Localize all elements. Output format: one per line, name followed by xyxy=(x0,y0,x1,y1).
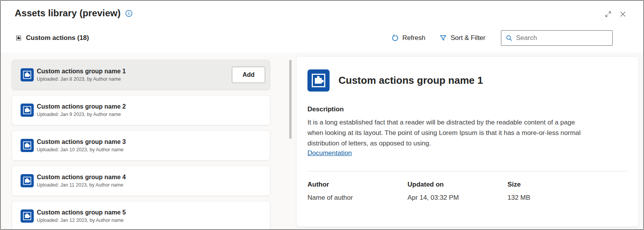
list-item-subtitle: Uploaded: Jan 11 2023, by Author name xyxy=(37,182,126,188)
puzzle-square-icon xyxy=(15,34,22,42)
detail-title: Custom actions group name 1 xyxy=(338,74,483,86)
sort-filter-button[interactable]: Sort & Filter xyxy=(439,34,485,42)
expand-icon[interactable] xyxy=(604,10,612,18)
size-value: 132 MB xyxy=(508,194,608,202)
list-item-title: Custom actions group name 3 xyxy=(37,138,126,145)
list-item-title: Custom actions group name 1 xyxy=(37,68,126,75)
section-label: Custom actions (18) xyxy=(15,34,89,42)
window-controls xyxy=(604,10,627,18)
updated-on-value: Apr 14, 03:32 PM xyxy=(407,194,508,202)
refresh-label: Refresh xyxy=(402,34,426,42)
list-item[interactable]: Custom actions group name 4 Uploaded: Ja… xyxy=(12,166,270,196)
filter-icon xyxy=(439,34,447,42)
custom-actions-list: Custom actions group name 1 Uploaded: Ja… xyxy=(12,60,270,229)
metadata-row: Author Name of author Updated on Apr 14,… xyxy=(307,181,628,202)
list-item-title: Custom actions group name 5 xyxy=(37,209,126,216)
list-item-subtitle: Uploaded: Jan 10 2023, by Author name xyxy=(37,147,126,152)
list-item[interactable]: Custom actions group name 2 Uploaded: Ja… xyxy=(12,95,270,125)
updated-on-label: Updated on xyxy=(407,181,508,188)
description-heading: Description xyxy=(307,105,628,113)
puzzle-square-icon xyxy=(21,174,34,187)
search-input[interactable] xyxy=(516,34,612,42)
puzzle-square-icon xyxy=(21,104,34,117)
toolbar-actions: Refresh Sort & Filter xyxy=(391,30,613,46)
author-value: Name of author xyxy=(307,194,407,202)
list-scrollbar[interactable] xyxy=(289,60,292,139)
list-item[interactable]: Custom actions group name 5 Uploaded: Ja… xyxy=(12,201,270,229)
puzzle-square-icon xyxy=(21,68,34,81)
list-item-title: Custom actions group name 2 xyxy=(37,103,126,110)
description-text: It is a long established fact that a rea… xyxy=(307,117,587,149)
list-item-subtitle: Uploaded: Jan 12 2023, by Author name xyxy=(37,218,126,223)
section-label-text: Custom actions (18) xyxy=(26,34,89,42)
puzzle-square-icon xyxy=(21,209,34,223)
refresh-icon xyxy=(391,34,399,42)
divider xyxy=(307,171,628,171)
add-button[interactable]: Add xyxy=(232,67,265,83)
detail-panel: Custom actions group name 1 Description … xyxy=(296,56,639,227)
puzzle-square-icon xyxy=(307,69,330,92)
list-item-subtitle: Uploaded: Jan 8 2023, by Author name xyxy=(37,76,126,82)
refresh-button[interactable]: Refresh xyxy=(391,34,426,42)
close-icon[interactable] xyxy=(618,10,627,18)
page-title: Assets library (preview) xyxy=(15,8,121,19)
documentation-link[interactable]: Documentation xyxy=(307,149,352,157)
content-area: Custom actions group name 1 Uploaded: Ja… xyxy=(1,53,643,229)
list-item-subtitle: Uploaded: Jan 9 2023, by Author name xyxy=(37,112,126,117)
list-item[interactable]: Custom actions group name 1 Uploaded: Ja… xyxy=(12,60,270,90)
search-box[interactable] xyxy=(501,30,613,46)
puzzle-square-icon xyxy=(21,139,34,152)
list-item-title: Custom actions group name 4 xyxy=(37,174,126,181)
info-icon[interactable] xyxy=(125,10,133,17)
sort-filter-label: Sort & Filter xyxy=(451,34,485,42)
titlebar: Assets library (preview) xyxy=(15,8,133,19)
size-label: Size xyxy=(508,181,608,188)
author-label: Author xyxy=(307,181,407,188)
search-icon xyxy=(506,35,513,42)
list-item[interactable]: Custom actions group name 3 Uploaded: Ja… xyxy=(12,130,270,161)
